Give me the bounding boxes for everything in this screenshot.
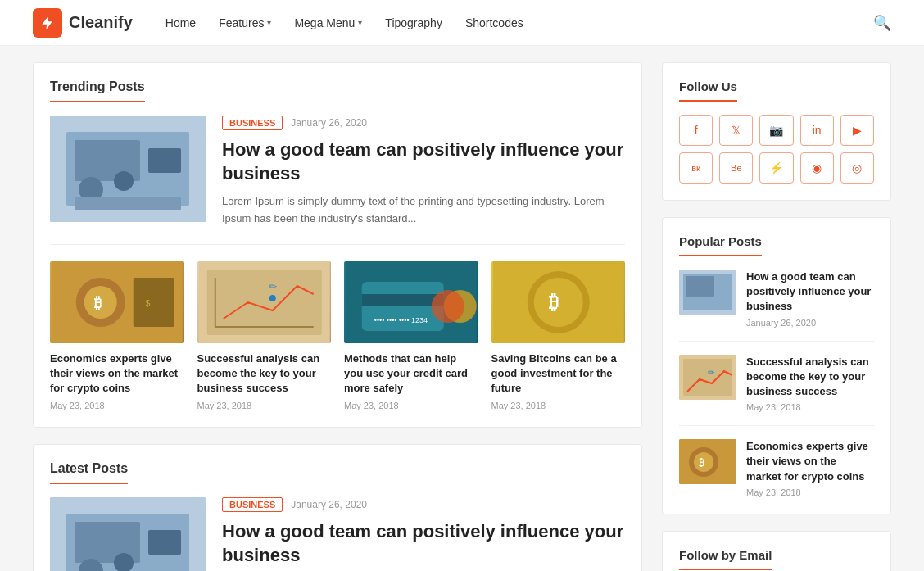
sidebar: Follow Us f 𝕏 📷 in ▶ вк Bē ⚡ ◉ ◎ Popular…: [662, 62, 891, 571]
follow-email-section: Follow by Email Get all latest content d…: [662, 531, 891, 571]
svg-text:•••• •••• •••• 1234: •••• •••• •••• 1234: [374, 316, 428, 324]
chevron-down-icon: ▾: [267, 18, 271, 27]
latest-title: Latest Posts: [50, 461, 128, 484]
svg-rect-11: [134, 278, 174, 327]
popular-post-content-0: How a good team can positively influence…: [746, 270, 874, 328]
trending-section: Trending Posts Busines: [33, 62, 642, 428]
grid-post-title-1[interactable]: Successful analysis can become the key t…: [197, 351, 332, 397]
grid-post-1: ✏ Successful analysis can become the key…: [197, 261, 332, 411]
nav-megamenu[interactable]: Mega Menu ▾: [294, 16, 362, 29]
popular-post-date-0: January 26, 2020: [746, 318, 874, 328]
youtube-button[interactable]: ▶: [840, 115, 874, 146]
popular-post-title-1[interactable]: Successful analysis can become the key t…: [746, 355, 874, 400]
grid-post-date-3: May 23, 2018: [491, 401, 626, 410]
svg-rect-6: [75, 197, 181, 210]
trending-featured-post: Business January 26, 2020 How a good tea…: [50, 116, 625, 245]
latest-featured-title[interactable]: How a good team can positively influence…: [222, 520, 625, 567]
svg-rect-38: [686, 276, 714, 297]
latest-post-meta: Business January 26, 2020: [222, 497, 625, 512]
popular-post-date-2: May 23, 2018: [746, 487, 874, 497]
popular-post-0: How a good team can positively influence…: [679, 270, 874, 342]
svg-text:₿: ₿: [548, 291, 558, 313]
svg-text:₿: ₿: [94, 295, 102, 311]
social-grid: f 𝕏 📷 in ▶ вк Bē ⚡ ◉ ◎: [679, 115, 874, 184]
popular-post-image-1: ✏: [679, 355, 736, 400]
svg-point-17: [269, 295, 275, 301]
grid-post-image-0: ₿$: [50, 261, 184, 343]
trending-title: Trending Posts: [50, 79, 145, 102]
latest-featured-post: Business January 26, 2020 How a good tea…: [50, 497, 625, 571]
trending-grid: ₿$ Economics experts give their views on…: [50, 261, 625, 411]
trending-featured-excerpt: Lorem Ipsum is simply dummy text of the …: [222, 193, 625, 228]
nav-shortcodes[interactable]: Shortcodes: [465, 16, 523, 29]
nav-features[interactable]: Features ▾: [219, 16, 271, 29]
grid-post-2: •••• •••• •••• 1234 Methods that can hel…: [344, 261, 478, 411]
rss-button[interactable]: ◎: [840, 152, 874, 184]
popular-posts-section: Popular Posts How a good team can positi…: [662, 217, 891, 514]
facebook-button[interactable]: f: [679, 115, 713, 146]
latest-featured-image: [50, 497, 206, 571]
search-icon[interactable]: 🔍: [873, 14, 891, 32]
main-content: Trending Posts Busines: [33, 62, 642, 571]
popular-post-image-0: [679, 270, 736, 315]
linkedin-button[interactable]: in: [800, 115, 834, 146]
bolt-icon: [39, 15, 56, 31]
nav-typography[interactable]: Tipography: [385, 16, 442, 29]
follow-email-title: Follow by Email: [679, 548, 772, 570]
popular-post-content-2: Economics experts give their views on th…: [746, 439, 874, 497]
follow-us-title: Follow Us: [679, 79, 737, 102]
nav-links: Home Features ▾ Mega Menu ▾ Tipography S…: [165, 16, 873, 29]
latest-category-badge: Business: [222, 497, 283, 512]
svg-rect-21: [362, 294, 444, 306]
logo-text: Cleanify: [69, 13, 133, 32]
behance-button[interactable]: Bē: [719, 152, 753, 184]
stack-button[interactable]: ⚡: [759, 152, 793, 184]
popular-post-image-2: ₿: [679, 439, 736, 484]
svg-point-24: [432, 290, 464, 323]
grid-post-title-2[interactable]: Methods that can help you use your credi…: [344, 351, 478, 397]
grid-post-0: ₿$ Economics experts give their views on…: [50, 261, 184, 411]
grid-post-image-3: ₿: [491, 261, 626, 343]
grid-post-date-2: May 23, 2018: [344, 401, 478, 410]
page-layout: Trending Posts Busines: [0, 46, 924, 571]
trending-featured-image: [50, 116, 206, 222]
svg-rect-40: [683, 359, 732, 396]
instagram-button[interactable]: 📷: [759, 115, 793, 146]
grid-post-date-1: May 23, 2018: [197, 401, 332, 410]
follow-us-section: Follow Us f 𝕏 📷 in ▶ вк Bē ⚡ ◉ ◎: [662, 62, 891, 201]
chevron-down-icon: ▾: [358, 18, 362, 27]
logo[interactable]: Cleanify: [33, 8, 133, 38]
svg-rect-14: [206, 270, 321, 335]
popular-post-title-2[interactable]: Economics experts give their views on th…: [746, 439, 874, 484]
team-image-svg: [50, 116, 206, 222]
svg-point-27: [533, 278, 582, 327]
svg-text:✏: ✏: [268, 281, 276, 292]
popular-post-content-1: Successful analysis can become the key t…: [746, 355, 874, 413]
grid-post-3: ₿ Saving Bitcoins can be a good investme…: [491, 261, 626, 411]
navbar: Cleanify Home Features ▾ Mega Menu ▾ Tip…: [0, 0, 924, 46]
dribbble-button[interactable]: ◉: [800, 152, 834, 184]
popular-post-date-1: May 23, 2018: [746, 402, 874, 412]
grid-post-image-1: ✏: [197, 261, 332, 343]
svg-rect-32: [148, 530, 181, 555]
popular-post-1: ✏ Successful analysis can become the key…: [679, 355, 874, 427]
grid-post-title-3[interactable]: Saving Bitcoins can be a good investment…: [491, 351, 626, 397]
nav-home[interactable]: Home: [165, 16, 196, 29]
popular-post-2: ₿ Economics experts give their views on …: [679, 439, 874, 497]
svg-rect-3: [148, 148, 181, 173]
svg-text:₿: ₿: [699, 457, 704, 469]
category-badge: Business: [222, 116, 283, 130]
latest-section: Latest Posts Business: [33, 444, 642, 571]
svg-text:✏: ✏: [708, 368, 715, 377]
vk-button[interactable]: вк: [679, 152, 713, 184]
trending-featured-title[interactable]: How a good team can positively influence…: [222, 138, 625, 185]
latest-post-date: January 26, 2020: [291, 499, 367, 510]
svg-point-5: [114, 171, 134, 191]
grid-post-image-2: •••• •••• •••• 1234: [344, 261, 478, 343]
latest-featured-content: Business January 26, 2020 How a good tea…: [222, 497, 625, 571]
twitter-button[interactable]: 𝕏: [719, 115, 753, 146]
grid-post-title-0[interactable]: Economics experts give their views on th…: [50, 351, 184, 397]
popular-post-title-0[interactable]: How a good team can positively influence…: [746, 270, 874, 315]
post-date: January 26, 2020: [291, 117, 367, 129]
grid-post-date-0: May 23, 2018: [50, 401, 184, 410]
